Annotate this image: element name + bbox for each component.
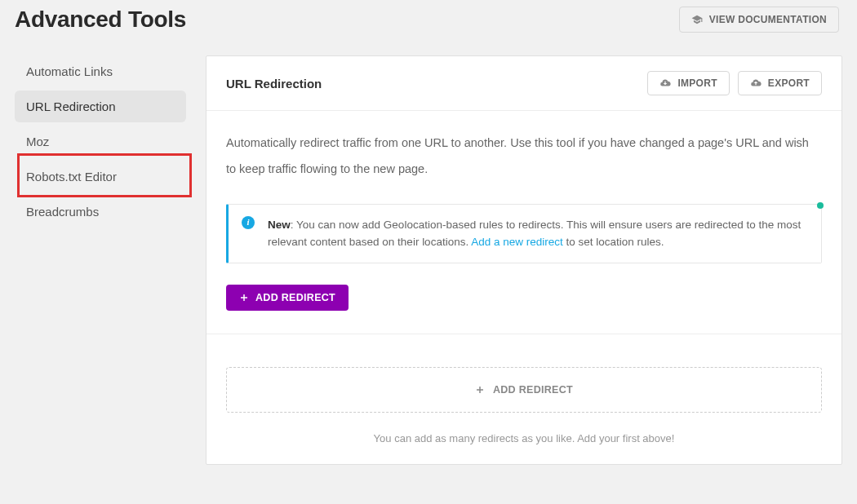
sidebar-item-label: Moz	[26, 135, 49, 148]
export-button[interactable]: EXPORT	[738, 71, 822, 95]
sidebar: Automatic Links URL Redirection Moz Robo…	[15, 55, 186, 231]
dashed-add-redirect-button[interactable]: ADD REDIRECT	[226, 367, 822, 413]
add-redirect-label: ADD REDIRECT	[255, 292, 335, 303]
plus-icon	[475, 385, 485, 395]
dashed-add-label: ADD REDIRECT	[493, 384, 573, 396]
panel-title: URL Redirection	[226, 77, 322, 91]
sidebar-item-breadcrumbs[interactable]: Breadcrumbs	[15, 196, 186, 228]
import-button[interactable]: IMPORT	[647, 71, 729, 95]
sidebar-item-url-redirection[interactable]: URL Redirection	[15, 91, 186, 122]
add-redirect-link[interactable]: Add a new redirect	[471, 236, 563, 248]
sidebar-item-label: Robots.txt Editor	[26, 170, 117, 183]
new-indicator-dot	[817, 202, 824, 209]
info-heading: New	[268, 219, 291, 231]
sidebar-item-label: Automatic Links	[26, 64, 113, 78]
content-panel: URL Redirection IMPORT EXPORT Automatica…	[206, 55, 842, 465]
import-label: IMPORT	[677, 77, 717, 89]
export-label: EXPORT	[768, 77, 810, 89]
plus-icon	[239, 293, 249, 303]
add-redirect-button[interactable]: ADD REDIRECT	[226, 285, 349, 311]
hint-text: You can add as many redirects as you lik…	[226, 432, 822, 448]
info-icon: i	[242, 216, 255, 229]
info-banner: i New: You can now add Geolocation-based…	[226, 204, 822, 263]
sidebar-item-label: Breadcrumbs	[26, 205, 99, 219]
cloud-download-icon	[659, 77, 671, 89]
sidebar-item-label: URL Redirection	[26, 99, 116, 113]
sidebar-item-robots-txt-editor[interactable]: Robots.txt Editor	[15, 161, 186, 192]
sidebar-item-moz[interactable]: Moz	[15, 126, 186, 157]
view-documentation-label: VIEW DOCUMENTATION	[709, 14, 827, 25]
cloud-upload-icon	[750, 77, 762, 89]
graduation-cap-icon	[691, 14, 703, 25]
view-documentation-button[interactable]: VIEW DOCUMENTATION	[679, 7, 839, 33]
page-title: Advanced Tools	[15, 7, 186, 33]
info-tail: to set location rules.	[563, 236, 664, 248]
panel-description: Automatically redirect traffic from one …	[226, 130, 822, 183]
sidebar-item-automatic-links[interactable]: Automatic Links	[15, 55, 186, 87]
